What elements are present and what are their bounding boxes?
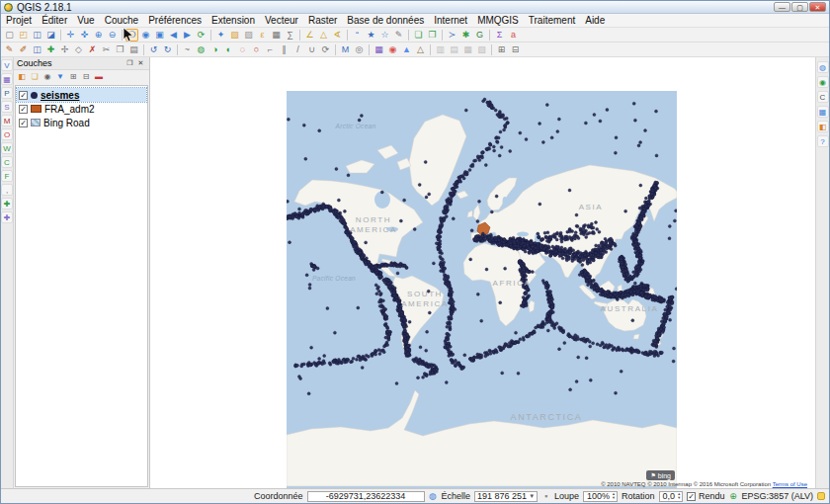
zoom-full-icon[interactable]: ❍ (125, 29, 138, 42)
undo-icon[interactable]: ↺ (147, 43, 160, 56)
menu-raster[interactable]: Raster (303, 14, 342, 28)
chart-icon[interactable]: ▤ (448, 43, 460, 56)
open-project-icon[interactable]: ◰ (17, 29, 30, 42)
split-features-icon[interactable]: / (291, 43, 304, 56)
add-delimited-text-icon[interactable]: , (1, 184, 13, 196)
tilelayer-plugin-icon[interactable]: ▦ (817, 106, 829, 118)
deselect-features-icon[interactable]: ▨ (242, 29, 255, 42)
layer-item-bing-road[interactable]: ✓Bing Road (17, 116, 146, 129)
menu-internet[interactable]: Internet (429, 14, 472, 28)
toggle-editing-icon[interactable]: ✐ (17, 43, 30, 56)
new-composer-icon[interactable]: ❏ (412, 29, 425, 42)
add-oracle-layer-icon[interactable]: O (1, 128, 13, 140)
messages-icon[interactable] (817, 492, 825, 500)
report-icon[interactable]: ▧ (475, 43, 488, 56)
pan-to-selection-icon[interactable]: ✜ (78, 29, 91, 42)
menu-couche[interactable]: Couche (100, 14, 143, 28)
heatmap-icon[interactable]: ◉ (386, 43, 399, 56)
minimize-button[interactable]: — (774, 2, 790, 12)
measure-line-icon[interactable]: ∠ (303, 29, 316, 42)
copy-features-icon[interactable]: ❐ (114, 43, 126, 56)
reshape-icon[interactable]: ⌐ (264, 43, 277, 56)
coordinate-input[interactable] (307, 491, 425, 502)
add-vector-layer-icon[interactable]: V (1, 59, 13, 71)
crs-status-text[interactable]: EPSG:3857 (ALV) (742, 491, 813, 501)
add-spatialite-layer-icon[interactable]: S (1, 101, 13, 113)
rotate-feature-icon[interactable]: ⟳ (319, 43, 332, 56)
mouse-position-icon[interactable]: ◍ (429, 491, 438, 501)
manage-visibility-icon[interactable]: ◉ (42, 71, 53, 83)
raster-calculator-icon[interactable]: ▦ (373, 43, 385, 56)
add-wms-layer-icon[interactable]: W (1, 142, 13, 154)
csw-metasearch-icon[interactable]: C (817, 91, 829, 103)
layer-checkbox[interactable]: ✓ (19, 119, 28, 127)
spinner-arrows-icon[interactable]: ▲▼ (612, 492, 616, 500)
zoom-in-icon[interactable]: ⊕ (92, 29, 105, 42)
new-shapefile-layer-icon[interactable]: ✚ (1, 198, 13, 210)
map-viewport[interactable]: NORTHAMERICASOUTHAMERICAAFRICAASIAAUSTRA… (287, 91, 677, 488)
mmqgis-icon[interactable]: M (339, 43, 352, 56)
zoom-next-icon[interactable]: ▶ (181, 29, 194, 42)
save-edits-icon[interactable]: ◫ (31, 43, 43, 56)
add-group-icon[interactable]: ❏ (29, 71, 41, 83)
georeferencer-icon[interactable]: ◎ (353, 43, 366, 56)
annotation-icon[interactable]: ✎ (392, 29, 405, 42)
diagram-icon[interactable]: ▦ (461, 43, 474, 56)
delete-selected-icon[interactable]: ✗ (86, 43, 99, 56)
save-project-icon[interactable]: ◫ (31, 29, 43, 42)
merge-features-icon[interactable]: ∪ (305, 43, 318, 56)
map-canvas-area[interactable]: NORTHAMERICASOUTHAMERICAAFRICAASIAAUSTRA… (150, 57, 815, 488)
rotation-spinbox[interactable]: 0,0 ▲▼ (659, 491, 683, 502)
delete-ring-icon[interactable]: ◌ (236, 43, 249, 56)
maximize-button[interactable]: ▢ (791, 2, 808, 12)
statist-icon[interactable]: ▥ (434, 43, 447, 56)
map-tips-icon[interactable]: “ (351, 29, 364, 42)
node-tool-icon[interactable]: ◇ (72, 43, 85, 56)
zoom-last-icon[interactable]: ◀ (167, 29, 180, 42)
help-icon[interactable]: ? (817, 135, 829, 147)
layer-styling-icon[interactable]: ◧ (16, 71, 28, 83)
menu-base-de-donnees[interactable]: Base de données (342, 14, 429, 28)
new-spatialite-layer-icon[interactable]: ✚ (1, 211, 13, 223)
statistics-panel-icon[interactable]: Σ (493, 29, 506, 42)
quickmapservices-icon[interactable]: ◍ (817, 61, 829, 73)
show-bookmarks-icon[interactable]: ☆ (378, 29, 391, 42)
expand-all-icon[interactable]: ⊞ (67, 71, 79, 83)
dock-float-icon[interactable]: ❐ (124, 59, 135, 67)
measure-area-icon[interactable]: △ (317, 29, 330, 42)
cut-features-icon[interactable]: ✂ (100, 43, 113, 56)
geocoding-icon[interactable]: ◉ (817, 76, 829, 88)
composer-grid-icon[interactable]: ⊟ (509, 43, 522, 56)
zoom-to-selection-icon[interactable]: ◉ (139, 29, 152, 42)
plugin-manager-icon[interactable]: ✱ (459, 29, 472, 42)
menu-editer[interactable]: Éditer (37, 14, 72, 28)
open-attribute-table-icon[interactable]: ▦ (270, 29, 283, 42)
add-feature-icon[interactable]: ✚ (44, 43, 57, 56)
openlayers-plugin-icon[interactable]: ◧ (817, 121, 829, 132)
move-feature-icon[interactable]: ✢ (58, 43, 71, 56)
save-project-as-icon[interactable]: ◪ (44, 29, 57, 42)
new-bookmark-icon[interactable]: ★ (365, 29, 377, 42)
offset-curve-icon[interactable]: ∥ (278, 43, 290, 56)
spinner-arrows-icon[interactable]: ▲▼ (677, 492, 681, 500)
crs-status-icon[interactable]: ⊕ (729, 491, 738, 501)
scale-combo[interactable]: 191 876 251 ▼ (474, 491, 538, 502)
composer-manager-icon[interactable]: ❐ (426, 29, 439, 42)
terrain-analysis-icon[interactable]: △ (414, 43, 427, 56)
delete-part-icon[interactable]: ○ (250, 43, 263, 56)
paste-features-icon[interactable]: ▤ (127, 43, 140, 56)
collapse-all-icon[interactable]: ⊟ (80, 71, 92, 83)
menu-traitement[interactable]: Traitement (524, 14, 580, 28)
select-by-expression-icon[interactable]: ε (256, 29, 269, 42)
world-map-svg[interactable]: NORTHAMERICASOUTHAMERICAAFRICAASIAAUSTRA… (287, 91, 677, 488)
label-toolbar-icon[interactable]: a (507, 29, 520, 42)
layer-checkbox[interactable]: ✓ (19, 105, 28, 114)
scale-lock-icon[interactable]: ▪ (541, 491, 550, 501)
remove-layer-icon[interactable]: ▬ (93, 71, 105, 83)
add-postgis-layer-icon[interactable]: P (1, 87, 13, 99)
interpolation-icon[interactable]: ▲ (400, 43, 413, 56)
grid-icon[interactable]: ⊞ (495, 43, 508, 56)
terms-of-use-link[interactable]: Terms of Use (773, 481, 807, 487)
add-mssql-layer-icon[interactable]: M (1, 115, 13, 126)
grass-tools-icon[interactable]: G (473, 29, 486, 42)
